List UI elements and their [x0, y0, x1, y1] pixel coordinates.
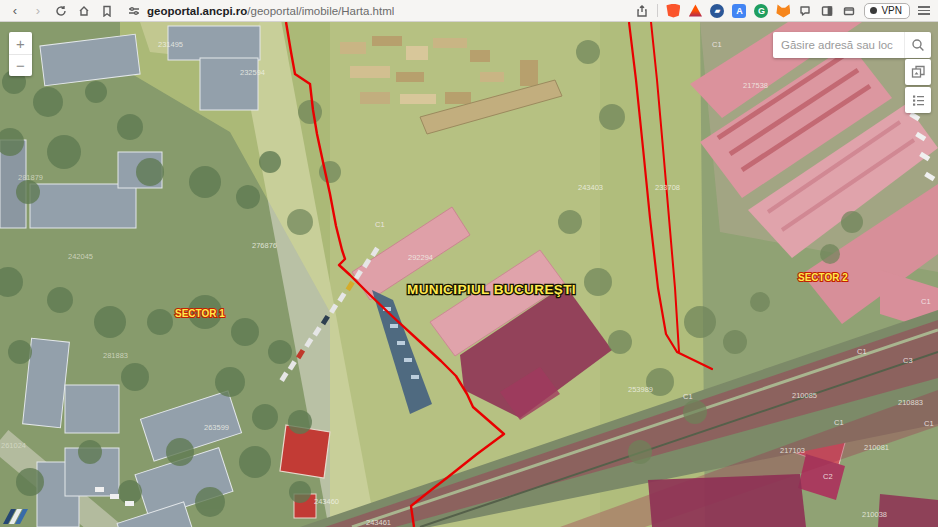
vpn-status-dot	[870, 7, 877, 14]
sidebar-toggle-icon[interactable]	[820, 4, 834, 18]
legend-list-icon	[911, 93, 926, 108]
zoom-out-button[interactable]: −	[9, 54, 32, 76]
parcel-label: 253989	[628, 385, 653, 394]
browser-window: ‹ › geoportal.ancpi.ro/geoportal/imobile…	[0, 0, 938, 527]
parcel-label: 242045	[68, 252, 93, 261]
parcel-label: 243460	[314, 497, 339, 506]
parcel-label: 243403	[578, 183, 603, 192]
parcel-label: 276876	[252, 241, 277, 250]
site-settings-icon[interactable]	[127, 4, 141, 18]
building-code-label: C1	[834, 418, 844, 427]
building-code-label: C1	[924, 419, 934, 428]
parcel-label: 210883	[898, 398, 923, 407]
building-code-label: C1	[921, 297, 931, 306]
parcel-label: 243461	[366, 518, 391, 527]
metamask-extension-icon[interactable]	[776, 4, 790, 18]
url-domain: geoportal.ancpi.ro	[147, 5, 247, 17]
parcel-label: 210081	[864, 443, 889, 452]
brave-shield-icon[interactable]	[666, 4, 680, 18]
vpn-label: VPN	[881, 5, 902, 16]
zoom-control: + −	[9, 32, 32, 76]
parcel-label: 231495	[158, 40, 183, 49]
parcel-label: 261024	[1, 441, 26, 450]
reload-icon[interactable]	[54, 4, 68, 18]
grammarly-extension-icon[interactable]: G	[754, 4, 768, 18]
back-icon[interactable]: ‹	[8, 4, 22, 18]
parcel-label: 233708	[655, 183, 680, 192]
vpn-button[interactable]: VPN	[864, 3, 910, 19]
building-code-label: C1	[375, 220, 385, 229]
parcel-label: 263599	[204, 423, 229, 432]
forward-icon[interactable]: ›	[31, 4, 45, 18]
home-icon[interactable]	[77, 4, 91, 18]
parcel-label: 217103	[780, 446, 805, 455]
menu-icon[interactable]	[918, 6, 930, 15]
search-button[interactable]	[904, 32, 931, 58]
building-code-label: C1	[857, 347, 867, 356]
map-canvas[interactable]: 231495 232594 281879 242045 276876 29229…	[0, 22, 938, 527]
extension-blue-icon[interactable]: ▰	[710, 4, 724, 18]
basemap-gallery-button[interactable]	[905, 59, 931, 85]
parcel-label: 281879	[18, 173, 43, 182]
map-imagery: 231495 232594 281879 242045 276876 29229…	[0, 22, 938, 527]
parcel-label: 217538	[743, 81, 768, 90]
parcel-label: 210085	[792, 391, 817, 400]
toolbar-right: ▰ A G VPN	[635, 3, 930, 19]
municipality-label: MUNICIPIUL BUCUREŞTI	[407, 282, 576, 297]
parcel-label: 232594	[240, 68, 265, 77]
chat-extension-icon[interactable]	[798, 4, 812, 18]
wallet-icon[interactable]	[842, 4, 856, 18]
building-code-label: C1	[683, 392, 693, 401]
search-input[interactable]	[773, 32, 904, 58]
share-icon[interactable]	[635, 4, 649, 18]
address-bar[interactable]: geoportal.ancpi.ro/geoportal/imobile/Har…	[127, 4, 626, 18]
basemap-icon	[911, 65, 926, 80]
parcel-label: 292294	[408, 253, 433, 262]
browser-toolbar: ‹ › geoportal.ancpi.ro/geoportal/imobile…	[0, 0, 938, 22]
esri-logo	[5, 509, 31, 524]
search-icon	[911, 38, 925, 52]
legend-button[interactable]	[905, 87, 931, 113]
building-code-label: C1	[712, 40, 722, 49]
search-box	[773, 32, 931, 58]
toolbar-divider	[657, 4, 658, 17]
url-text[interactable]: geoportal.ancpi.ro/geoportal/imobile/Har…	[147, 5, 394, 17]
sector-1-label: SECTOR 1	[175, 308, 225, 319]
translate-extension-icon[interactable]: A	[732, 4, 746, 18]
zoom-in-button[interactable]: +	[9, 32, 32, 54]
parcel-label: 281883	[103, 351, 128, 360]
bat-rewards-icon[interactable]	[688, 4, 702, 18]
parcel-label: 210038	[862, 510, 887, 519]
building-code-label: C3	[903, 356, 913, 365]
bookmark-icon[interactable]	[100, 4, 114, 18]
sector-2-label: SECTOR 2	[798, 272, 848, 283]
url-path: /geoportal/imobile/Harta.html	[247, 5, 394, 17]
building-code-label: C2	[823, 472, 833, 481]
